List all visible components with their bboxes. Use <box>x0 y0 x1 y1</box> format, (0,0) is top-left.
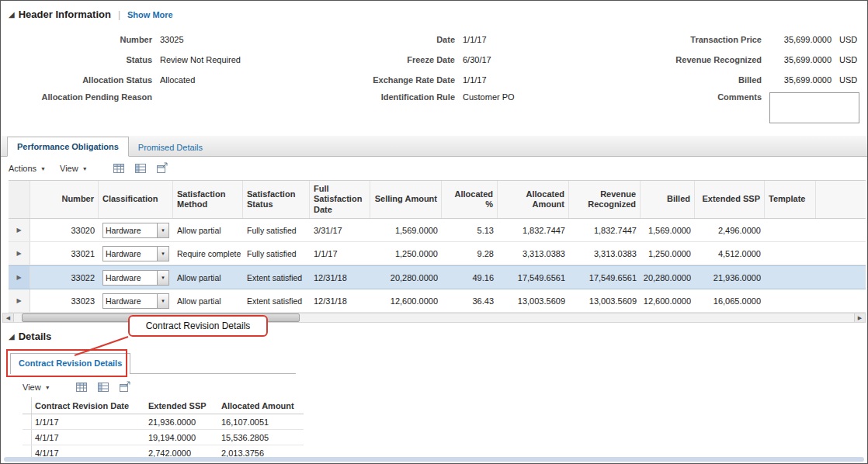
exchange-rate-date-value: 1/1/17 <box>463 75 618 85</box>
allocation-pending-reason-value <box>160 90 319 92</box>
cell-allocated-amount: 3,313.0383 <box>498 242 569 265</box>
view-menu-label: View <box>60 164 78 173</box>
table-row[interactable]: ▶ 33021 Hardware ▼ Require complete Full… <box>9 242 866 265</box>
combo-dropdown-button[interactable]: ▼ <box>157 223 168 237</box>
cell-extended-ssp: 21,936.0000 <box>145 414 218 429</box>
cell-full-satisfaction-date: 3/31/17 <box>310 219 370 241</box>
cell-filler <box>816 219 866 241</box>
comments-label: Comments <box>618 90 769 102</box>
scroll-right-button[interactable]: ▶ <box>854 313 865 322</box>
cell-satisfaction-method: Allow partial <box>173 266 243 289</box>
collapse-triangle-icon[interactable]: ◢ <box>9 10 15 19</box>
export-to-excel-icon[interactable] <box>75 381 89 394</box>
chevron-down-icon: ▼ <box>45 385 50 390</box>
cell-selling-amount: 1,250.0000 <box>370 242 442 265</box>
column-header-satisfaction-status[interactable]: Satisfaction Status <box>243 181 310 218</box>
combo-dropdown-button[interactable]: ▼ <box>157 271 168 285</box>
column-header-allocated-amount[interactable]: Allocated Amount <box>498 181 569 218</box>
table-row-selected[interactable]: ▶ 33022 Hardware ▼ Allow partial Extent … <box>9 265 866 289</box>
cell-template <box>765 242 816 265</box>
export-to-excel-icon[interactable] <box>113 162 126 175</box>
contract-revision-header-row: Contract Revision Date Extended SSP Allo… <box>23 397 304 414</box>
expand-arrow-icon: ▶ <box>16 274 21 281</box>
column-header-expander <box>9 181 30 218</box>
tab-promised-details[interactable]: Promised Details <box>129 138 212 157</box>
revenue-recognized-currency: USD <box>839 55 857 64</box>
column-header-allocated-pct[interactable]: Allocated % <box>442 181 498 218</box>
classification-combobox[interactable]: Hardware ▼ <box>102 246 169 261</box>
chevron-down-icon: ▼ <box>161 275 165 280</box>
cell-allocated-amount: 17,549.6561 <box>498 266 569 289</box>
column-header-contract-revision-date[interactable]: Contract Revision Date <box>32 401 145 410</box>
row-expander[interactable]: ▶ <box>9 242 30 265</box>
status-value: Review Not Required <box>160 55 319 64</box>
scroll-left-button[interactable]: ◀ <box>3 313 14 322</box>
row-expander[interactable]: ▶ <box>9 289 30 312</box>
cell-template <box>765 219 816 241</box>
actions-menu-label: Actions <box>9 164 36 173</box>
exchange-rate-date-label: Exchange Rate Date <box>319 75 463 85</box>
cell-contract-revision-date: 1/1/17 <box>32 414 145 429</box>
cell-contract-revision-date: 4/1/17 <box>32 430 145 445</box>
cell-filler <box>816 289 866 312</box>
cell-satisfaction-method: Allow partial <box>173 219 243 241</box>
row-expander[interactable]: ▶ <box>9 266 30 289</box>
cell-selling-amount: 12,600.0000 <box>370 289 442 312</box>
table-row[interactable]: 1/1/17 21,936.0000 16,107.0051 <box>23 414 304 430</box>
column-header-full-satisfaction-date[interactable]: Full Satisfaction Date <box>310 181 370 218</box>
comments-input[interactable] <box>769 92 859 123</box>
cell-template <box>765 289 816 312</box>
view-menu-button[interactable]: View ▼ <box>60 164 88 173</box>
show-more-link[interactable]: Show More <box>127 10 173 19</box>
classification-combobox[interactable]: Hardware ▼ <box>102 293 169 309</box>
column-header-classification[interactable]: Classification <box>99 181 173 218</box>
combo-dropdown-button[interactable]: ▼ <box>157 247 168 261</box>
cell-allocated-amount: 13,003.5609 <box>498 289 569 312</box>
combo-value: Hardware <box>103 249 157 258</box>
column-header-allocated-amount[interactable]: Allocated Amount <box>218 401 302 410</box>
number-label: Number <box>9 35 160 44</box>
table-row[interactable]: ▶ 33023 Hardware ▼ Allow partial Extent … <box>9 289 866 313</box>
billed-currency: USD <box>839 75 857 85</box>
collapse-triangle-icon[interactable]: ◢ <box>9 332 15 341</box>
table-row[interactable]: 4/1/17 19,194.0000 15,536.2805 <box>23 430 304 445</box>
combo-dropdown-button[interactable]: ▼ <box>157 294 168 308</box>
page-horizontal-scrollbar[interactable] <box>4 457 864 462</box>
chevron-down-icon: ▼ <box>40 166 46 171</box>
table-row[interactable]: ▶ 33020 Hardware ▼ Allow partial Fully s… <box>9 219 866 242</box>
tab-performance-obligations[interactable]: Performance Obligations <box>7 137 129 157</box>
main-tabstrip: Performance Obligations Promised Details <box>1 136 867 157</box>
cell-allocated-amount: 1,832.7447 <box>498 219 569 241</box>
column-header-selling-amount[interactable]: Selling Amount <box>370 181 442 218</box>
annotation-callout: Contract Revision Details <box>128 315 268 337</box>
performance-obligations-table: Number Classification Satisfaction Metho… <box>9 180 866 313</box>
freeze-icon[interactable] <box>97 381 110 394</box>
column-header-satisfaction-method[interactable]: Satisfaction Method <box>173 181 243 218</box>
freeze-icon[interactable] <box>134 162 148 175</box>
details-view-menu-button[interactable]: View ▼ <box>23 383 50 392</box>
classification-combobox[interactable]: Hardware ▼ <box>102 223 169 238</box>
cell-selling-amount: 20,280.0000 <box>370 266 442 289</box>
cell-extended-ssp: 19,194.0000 <box>145 430 218 445</box>
comments-field-wrap <box>769 90 859 123</box>
actions-menu-button[interactable]: Actions ▼ <box>9 164 46 173</box>
detach-icon[interactable] <box>156 162 169 175</box>
freeze-date-label: Freeze Date <box>319 55 463 64</box>
detach-icon[interactable] <box>119 381 132 394</box>
classification-combobox[interactable]: Hardware ▼ <box>102 270 169 286</box>
row-expander[interactable]: ▶ <box>9 219 30 241</box>
combo-value: Hardware <box>103 226 157 235</box>
column-header-template[interactable]: Template <box>765 181 816 218</box>
column-header-extended-ssp[interactable]: Extended SSP <box>145 401 218 410</box>
date-value: 1/1/17 <box>463 35 618 44</box>
billed-value: 35,699.0000 USD <box>769 75 859 85</box>
revenue-recognized-label: Revenue Recognized <box>618 55 769 64</box>
allocation-pending-reason-label: Allocation Pending Reason <box>9 90 160 102</box>
column-header-revenue-recognized[interactable]: Revenue Recognized <box>569 181 641 218</box>
cell-satisfaction-status: Extent satisfied <box>243 266 310 289</box>
cell-classification: Hardware ▼ <box>99 266 173 289</box>
column-header-billed[interactable]: Billed <box>641 181 695 218</box>
header-information-section: ◢ Header Information | Show More Number … <box>1 1 867 126</box>
column-header-number[interactable]: Number <box>30 181 99 218</box>
column-header-extended-ssp[interactable]: Extended SSP <box>695 181 765 218</box>
